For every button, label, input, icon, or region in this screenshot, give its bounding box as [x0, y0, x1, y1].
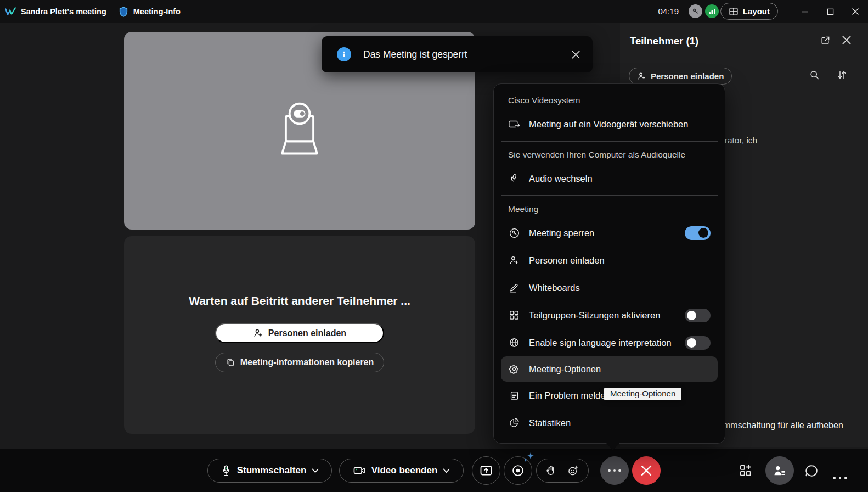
menu-section-meeting: Meeting	[494, 199, 725, 219]
meeting-timer: 04:19	[658, 7, 679, 16]
chat-icon[interactable]	[804, 463, 819, 478]
menu-section-video-system: Cisco Videosystem	[494, 91, 725, 110]
maximize-button[interactable]	[818, 0, 843, 23]
waiting-tile: Warten auf Beitritt anderer Teilnehmer .…	[124, 236, 475, 434]
mute-button-label: Stummschalten	[237, 465, 307, 476]
menu-item-label: Enable sign language interpretation	[529, 338, 672, 348]
unmute-all-button[interactable]: Stummschaltung für alle aufheben	[710, 421, 843, 431]
menu-item-label: Ein Problem melden	[529, 390, 611, 401]
ai-sparkles-icon	[523, 452, 535, 464]
copy-icon	[226, 357, 235, 367]
divider	[501, 195, 718, 196]
menu-item-statistics[interactable]: Statistiken	[494, 409, 725, 437]
mute-button[interactable]: Stummschalten	[207, 459, 332, 483]
meeting-info-badge[interactable]: Meeting-Info	[119, 6, 181, 18]
globe-icon	[508, 337, 520, 348]
control-bar: Stummschalten Video beenden	[0, 449, 868, 492]
breakout-sessions-toggle[interactable]	[685, 309, 711, 322]
video-menu-chevron-icon[interactable]	[443, 468, 450, 473]
reactions-group	[536, 459, 589, 483]
footer-more-icon[interactable]	[833, 477, 847, 479]
mute-menu-chevron-icon[interactable]	[312, 468, 319, 473]
webex-meeting-window: Sandra Plett's meeting Meeting-Info 04:1…	[0, 0, 868, 492]
divider	[501, 141, 718, 142]
info-icon	[337, 47, 351, 62]
person-add-icon	[253, 328, 263, 338]
camera-placeholder-icon	[265, 100, 334, 161]
menu-item-meeting-options[interactable]: Meeting-Optionen	[501, 356, 718, 382]
search-icon[interactable]	[809, 69, 820, 81]
meeting-options-tooltip: Meeting-Optionen	[604, 388, 681, 400]
report-document-icon	[508, 390, 520, 401]
microphone-icon	[221, 465, 232, 477]
lock-meeting-key-icon	[508, 227, 520, 239]
share-screen-button[interactable]	[472, 456, 500, 485]
meeting-locked-indicator[interactable]	[689, 4, 702, 18]
meeting-info-label: Meeting-Info	[133, 7, 181, 16]
sign-language-toggle[interactable]	[685, 336, 711, 350]
meeting-locked-toast: Das Meeting ist gesperrt	[322, 36, 593, 72]
menu-pointer	[606, 443, 619, 450]
participants-panel-button[interactable]	[765, 456, 794, 485]
stop-video-button[interactable]: Video beenden	[339, 459, 464, 483]
menu-item-switch-audio[interactable]: Audio wechseln	[494, 165, 725, 192]
menu-item-move-to-device[interactable]: Meeting auf ein Videogerät verschieben	[494, 110, 725, 138]
menu-item-label: Statistiken	[529, 418, 571, 428]
menu-item-label: Personen einladen	[529, 255, 605, 266]
more-options-button[interactable]	[600, 456, 629, 485]
menu-item-label: Teilgruppen-Sitzungen aktivieren	[529, 310, 660, 321]
menu-item-label: Whiteboards	[529, 283, 580, 293]
shield-icon	[119, 6, 128, 18]
close-window-button[interactable]	[843, 0, 868, 23]
waiting-message: Warten auf Beitritt anderer Teilnehmer .…	[189, 294, 410, 308]
close-panel-icon[interactable]	[842, 35, 852, 45]
menu-item-label: Meeting-Optionen	[529, 364, 601, 374]
invite-people-label: Personen einladen	[268, 328, 346, 338]
menu-item-lock-meeting[interactable]: Meeting sperren	[494, 219, 725, 247]
leave-meeting-button[interactable]	[632, 456, 661, 485]
reactions-emoji-icon[interactable]	[567, 465, 579, 477]
panel-invite-people-button[interactable]: Personen einladen	[629, 68, 732, 85]
person-add-icon	[508, 255, 520, 266]
invite-people-button[interactable]: Personen einladen	[215, 323, 384, 343]
layout-button[interactable]: Layout	[720, 3, 778, 20]
record-button[interactable]	[504, 456, 532, 485]
menu-item-whiteboards[interactable]: Whiteboards	[494, 274, 725, 301]
menu-item-sign-language[interactable]: Enable sign language interpretation	[494, 329, 725, 356]
connection-quality-indicator[interactable]	[705, 4, 719, 18]
participants-panel-title: Teilnehmer (1)	[630, 35, 698, 47]
copy-meeting-info-button[interactable]: Meeting-Informationen kopieren	[215, 353, 385, 372]
raise-hand-icon[interactable]	[545, 465, 557, 477]
apps-icon[interactable]	[739, 463, 753, 478]
webex-logo-icon	[4, 5, 16, 18]
toast-message: Das Meeting ist gesperrt	[363, 49, 467, 60]
pop-out-panel-icon[interactable]	[820, 35, 831, 46]
copy-meeting-info-label: Meeting-Informationen kopieren	[240, 357, 374, 367]
camera-icon	[353, 465, 366, 476]
lock-meeting-toggle[interactable]	[685, 226, 711, 240]
pie-chart-icon	[508, 417, 520, 428]
layout-grid-icon	[729, 7, 739, 16]
menu-item-label: Meeting sperren	[529, 228, 594, 238]
menu-item-label: Meeting auf ein Videogerät verschieben	[529, 119, 688, 130]
sort-icon[interactable]	[836, 69, 848, 81]
gear-icon	[508, 364, 520, 374]
title-bar: Sandra Plett's meeting Meeting-Info 04:1…	[0, 0, 868, 23]
menu-item-breakout-sessions[interactable]: Teilgruppen-Sitzungen aktivieren	[494, 301, 725, 329]
move-to-device-icon	[508, 119, 520, 129]
breakout-grid-icon	[508, 310, 520, 321]
menu-item-invite-people[interactable]: Personen einladen	[494, 247, 725, 274]
divider	[562, 463, 562, 478]
menu-item-label: Audio wechseln	[529, 174, 593, 184]
toast-close-icon[interactable]	[570, 48, 582, 60]
switch-audio-icon	[508, 173, 520, 185]
stop-video-button-label: Video beenden	[371, 465, 438, 476]
layout-button-label: Layout	[743, 7, 770, 16]
panel-invite-label: Personen einladen	[651, 71, 724, 81]
minimize-button[interactable]	[792, 0, 818, 23]
more-dots-icon	[608, 469, 621, 472]
person-add-icon	[637, 71, 646, 81]
meeting-title: Sandra Plett's meeting	[21, 7, 106, 16]
pen-icon	[508, 282, 520, 293]
menu-section-audio-source: Sie verwenden Ihren Computer als Audioqu…	[494, 145, 725, 165]
